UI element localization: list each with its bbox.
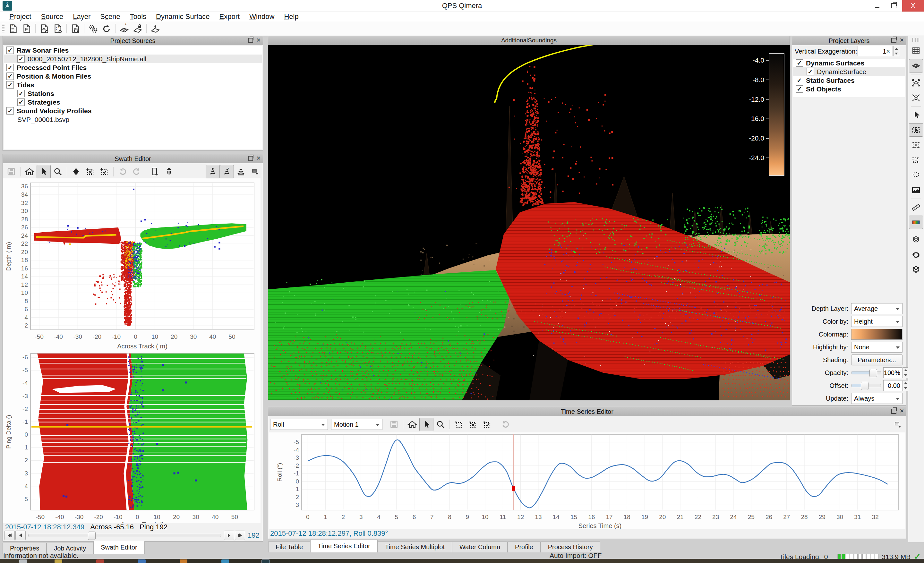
refresh-icon[interactable] — [100, 22, 113, 34]
cube-vertices-icon[interactable] — [909, 263, 923, 276]
float-panel-icon[interactable] — [248, 38, 253, 43]
tree-item-stations[interactable]: ✓Stations — [4, 89, 262, 98]
polygon-select-icon[interactable] — [909, 153, 923, 167]
tree-item-dynamicsurface[interactable]: ✓DynamicSurface — [793, 67, 905, 76]
tree-item-0000-20150712-182800-shipname-all[interactable]: ✓0000_20150712_182800_ShipName.all — [4, 54, 262, 63]
reload-source-icon[interactable] — [69, 22, 82, 34]
tab-time-series-multiplot[interactable]: Time Series Multiplot — [378, 542, 452, 553]
lasso-select-icon[interactable] — [909, 168, 923, 182]
select-always[interactable]: Always — [851, 393, 903, 404]
cursor-icon[interactable] — [37, 165, 51, 178]
reject-selection-icon[interactable] — [466, 418, 480, 431]
cursor-icon[interactable] — [419, 418, 434, 431]
slider-value[interactable]: 100% — [883, 367, 903, 378]
menu-window[interactable]: Window — [244, 12, 279, 21]
last-ping-button[interactable] — [235, 531, 245, 540]
close-panel-icon[interactable]: ✕ — [256, 157, 261, 160]
swath-angle-view-icon[interactable]: z — [220, 165, 234, 178]
vertical-exaggeration-input[interactable]: 1× — [858, 46, 893, 56]
zoom-cube-extents-icon[interactable] — [909, 91, 923, 105]
tree-item-dynamic-surfaces[interactable]: ✓Dynamic Surfaces — [793, 59, 905, 67]
home-icon[interactable] — [405, 418, 419, 431]
ruler-icon[interactable] — [909, 201, 923, 214]
flat-surface-icon[interactable] — [909, 59, 923, 72]
parameters-button[interactable]: Parameters... — [851, 355, 903, 365]
add-point-files-icon[interactable]: x xx — [51, 22, 64, 34]
tree-item-tides[interactable]: ✓Tides — [4, 81, 262, 89]
tree-item-sd-objects[interactable]: ✓Sd Objects — [793, 85, 905, 93]
swath-ping-plot[interactable]: -50-40-30-20-1001020304050543210-1-2-3-4… — [3, 350, 261, 523]
rotate-view-icon[interactable] — [909, 248, 923, 261]
home-icon[interactable] — [22, 165, 37, 178]
surface-pick-icon[interactable] — [148, 22, 162, 34]
swath-editor-header[interactable]: Swath Editor ✕ — [3, 154, 263, 163]
tab-profile[interactable]: Profile — [507, 542, 541, 553]
close-button[interactable]: X — [902, 0, 924, 12]
checkbox[interactable]: ✓ — [6, 72, 14, 80]
motion-select[interactable]: Motion 1 — [331, 419, 382, 430]
swath-depth-plot[interactable]: -50-40-30-20-100102030405024681012141618… — [3, 178, 261, 350]
close-panel-icon[interactable]: ✕ — [900, 39, 904, 42]
slider-handle[interactable] — [861, 382, 868, 390]
tree-item-position-motion-files[interactable]: ✓Position & Motion Files — [4, 72, 262, 81]
beam-filter-icon[interactable] — [162, 165, 176, 178]
menu-help[interactable]: Help — [279, 12, 303, 21]
checkbox[interactable]: ✓ — [796, 85, 803, 93]
tab-swath-editor[interactable]: Swath Editor — [93, 541, 144, 554]
select-height[interactable]: Height — [851, 316, 903, 327]
float-panel-icon[interactable] — [891, 409, 896, 414]
surface-lock-icon[interactable] — [131, 22, 144, 34]
menu-project[interactable]: Project — [4, 12, 36, 21]
project-sources-header[interactable]: Project Sources ✕ — [3, 36, 263, 45]
zoom-grid-extents-icon[interactable] — [909, 76, 923, 90]
slider-opacity[interactable] — [851, 371, 881, 374]
checkbox[interactable]: ✓ — [6, 107, 14, 115]
swath-fan-view-icon[interactable] — [234, 165, 248, 178]
menu-more-icon[interactable] — [891, 418, 905, 431]
accept-selection-icon[interactable] — [480, 418, 494, 431]
time-series-header[interactable]: Time Series Editor ✕ — [268, 407, 906, 416]
tree-item-sound-velocity-profiles[interactable]: ✓Sound Velocity Profiles — [4, 106, 262, 115]
tab-file-table[interactable]: File Table — [268, 542, 310, 553]
checkbox[interactable]: ✓ — [807, 68, 814, 75]
select-rectangle-cursor-icon[interactable] — [909, 123, 923, 137]
colormap-toggle-icon[interactable] — [909, 216, 923, 229]
roll-time-series-chart[interactable]: 0123456789101112131415161718192021222324… — [269, 433, 905, 529]
menu-layer[interactable]: Layer — [68, 12, 95, 21]
menu-export[interactable]: Export — [214, 12, 245, 21]
minimize-button[interactable] — [869, 0, 885, 12]
tree-item-static-surfaces[interactable]: ✓Static Surfaces — [793, 76, 905, 85]
ping-slider[interactable] — [28, 534, 221, 537]
checkbox[interactable]: ✓ — [17, 55, 25, 63]
open-project-icon[interactable] — [20, 22, 33, 34]
restore-button[interactable] — [885, 0, 902, 12]
swath-forward-view-icon[interactable] — [206, 165, 220, 178]
redo-icon[interactable] — [130, 165, 144, 178]
tree-item-strategies[interactable]: ✓Strategies — [4, 98, 262, 106]
checkbox[interactable]: ✓ — [796, 77, 803, 84]
scene-view-header[interactable]: AdditionalSoundings — [268, 36, 790, 45]
project-layers-header[interactable]: Project Layers ✕ — [792, 36, 906, 45]
pointer-icon[interactable] — [909, 108, 923, 121]
close-panel-icon[interactable]: ✕ — [256, 39, 261, 42]
export-page-icon[interactable] — [148, 165, 162, 178]
tab-process-history[interactable]: Process History — [541, 542, 600, 553]
settings-gears-icon[interactable] — [86, 22, 100, 34]
profile-tool-icon[interactable] — [909, 184, 923, 197]
next-ping-button[interactable] — [224, 531, 234, 540]
menu-source[interactable]: Source — [36, 12, 68, 21]
create-project-icon[interactable]: * — [6, 22, 20, 34]
checkbox[interactable]: ✓ — [17, 90, 25, 97]
previous-ping-button[interactable] — [15, 531, 26, 540]
grid-view-icon[interactable] — [909, 44, 923, 57]
close-panel-icon[interactable]: ✕ — [900, 409, 904, 413]
tree-item-svp-00001-bsvp[interactable]: SVP_00001.bsvp — [4, 115, 262, 124]
tree-item-processed-point-files[interactable]: ✓Processed Point Files — [4, 63, 262, 72]
zoom-icon[interactable] — [51, 165, 65, 178]
tab-water-column[interactable]: Water Column — [452, 542, 507, 553]
menu-tools[interactable]: Tools — [125, 12, 151, 21]
slider-value[interactable]: 0.00 — [883, 380, 903, 391]
menu-dynamic-surface[interactable]: Dynamic Surface — [151, 12, 214, 21]
save-icon[interactable] — [4, 165, 18, 178]
zoom-icon[interactable] — [434, 418, 448, 431]
